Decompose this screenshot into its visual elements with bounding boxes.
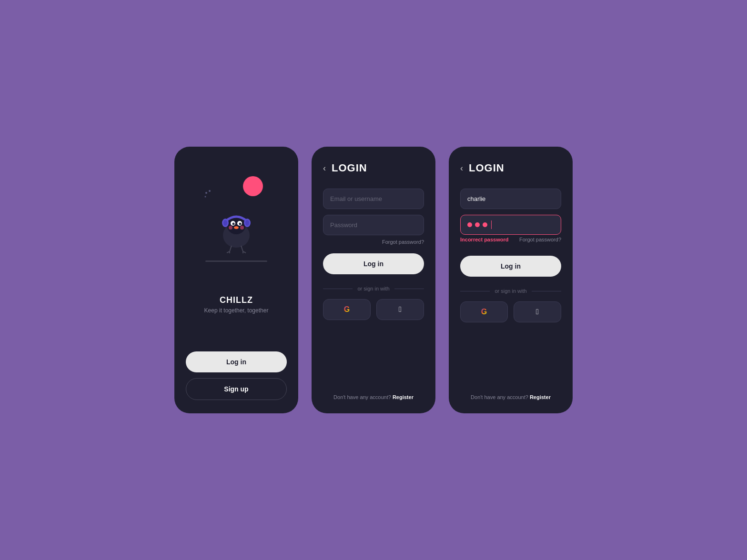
music-notes — [204, 188, 218, 204]
app-info: CHILLZ Keep it together, together — [204, 295, 269, 314]
svg-point-20 — [229, 226, 232, 230]
app-tagline: Keep it together, together — [204, 307, 269, 314]
divider-right-error — [532, 291, 561, 291]
mascot-area — [186, 171, 287, 267]
login-button[interactable]: Log in — [323, 253, 424, 274]
google-icon: G — [344, 305, 350, 314]
svg-point-0 — [205, 192, 207, 194]
social-buttons: G  — [323, 299, 424, 320]
mascot-body — [212, 208, 260, 257]
password-input[interactable] — [323, 215, 424, 235]
forgot-password-link-error[interactable]: Forgot password? — [519, 237, 561, 242]
svg-point-8 — [239, 223, 242, 225]
divider-left — [323, 289, 353, 289]
social-buttons-error: G  — [460, 301, 561, 322]
welcome-screen: CHILLZ Keep it together, together Log in… — [174, 147, 298, 413]
apple-signin-button-error[interactable]:  — [514, 301, 561, 322]
svg-line-15 — [241, 246, 243, 251]
username-input-error[interactable] — [460, 189, 561, 209]
pw-dot-2 — [475, 222, 480, 227]
register-prompt: Don't have any account? — [333, 394, 391, 400]
divider-right — [394, 289, 424, 289]
app-title: CHILLZ — [204, 295, 269, 305]
apple-icon:  — [399, 305, 402, 314]
login-title: LOGIN — [332, 162, 367, 174]
login-header-error: ‹ LOGIN — [460, 162, 561, 174]
login-header: ‹ LOGIN — [323, 162, 424, 174]
login-button-error[interactable]: Log in — [460, 256, 561, 277]
svg-point-2 — [205, 196, 206, 198]
password-dots — [467, 220, 492, 229]
screens-container: CHILLZ Keep it together, together Log in… — [174, 147, 573, 413]
back-button[interactable]: ‹ — [323, 163, 326, 173]
google-signin-button[interactable]: G — [323, 299, 371, 320]
pw-dot-3 — [483, 222, 487, 227]
apple-icon-error:  — [536, 308, 539, 316]
register-prompt-error: Don't have any account? — [471, 394, 528, 400]
svg-point-9 — [234, 226, 239, 229]
svg-point-1 — [209, 190, 211, 192]
login-screen-error: ‹ LOGIN Incorrect password Forgot passwo… — [449, 147, 573, 413]
pw-dot-1 — [467, 222, 472, 227]
register-row-error: Don't have any account? Register — [460, 394, 561, 400]
svg-point-21 — [240, 226, 244, 230]
pink-circle-decoration — [243, 176, 263, 196]
register-link-error[interactable]: Register — [530, 394, 551, 400]
svg-point-7 — [232, 223, 235, 225]
back-button-error[interactable]: ‹ — [460, 163, 463, 173]
svg-point-11 — [223, 220, 227, 226]
welcome-buttons: Log in Sign up — [186, 351, 287, 400]
or-text: or sign in with — [357, 286, 389, 291]
forgot-password-link[interactable]: Forgot password? — [382, 239, 424, 245]
svg-point-13 — [245, 220, 249, 226]
or-divider-error: or sign in with — [460, 288, 561, 294]
login-screen-empty: ‹ LOGIN Forgot password? Log in or sign … — [312, 147, 435, 413]
password-input-wrapper[interactable] — [460, 215, 561, 235]
google-icon-error: G — [481, 308, 487, 316]
or-divider: or sign in with — [323, 286, 424, 291]
apple-signin-button[interactable]:  — [376, 299, 424, 320]
login-title-error: LOGIN — [469, 162, 505, 174]
forgot-row: Forgot password? — [323, 239, 424, 245]
svg-line-14 — [230, 246, 232, 251]
error-message: Incorrect password — [460, 237, 508, 242]
register-row: Don't have any account? Register — [323, 394, 424, 400]
username-input[interactable] — [323, 189, 424, 209]
platform-line — [205, 260, 267, 262]
pw-cursor — [491, 220, 492, 229]
divider-left-error — [460, 291, 490, 291]
welcome-signup-button[interactable]: Sign up — [186, 378, 287, 400]
error-forgot-row: Incorrect password Forgot password? — [460, 237, 561, 242]
register-link[interactable]: Register — [393, 394, 414, 400]
welcome-login-button[interactable]: Log in — [186, 351, 287, 372]
or-text-error: or sign in with — [495, 288, 526, 294]
google-signin-button-error[interactable]: G — [460, 301, 508, 322]
